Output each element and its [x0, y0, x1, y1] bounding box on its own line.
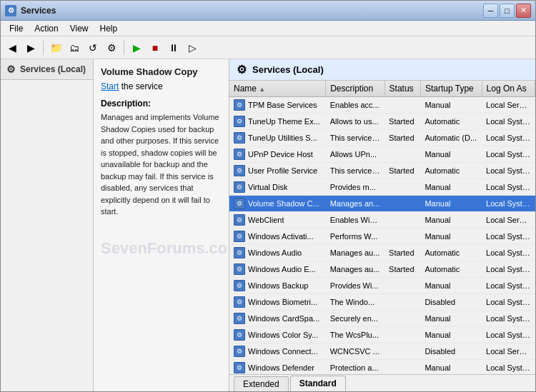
service-startup: Automatic (D... [420, 130, 482, 146]
service-startup: Manual [420, 179, 482, 196]
service-startup: Manual [420, 327, 482, 343]
table-row[interactable]: ⚙Windows Audio E...Manages au...StartedA… [229, 261, 535, 278]
refresh-button[interactable]: ↺ [84, 39, 101, 56]
menu-view[interactable]: View [64, 22, 94, 35]
table-row[interactable]: ⚙Windows CardSpa...Securely en...ManualL… [229, 311, 535, 327]
sidebar: ⚙ Services (Local) [1, 59, 94, 391]
table-row[interactable]: ⚙Volume Shadow C...Manages an...ManualLo… [229, 196, 535, 212]
services-table: Name ▲ Description Status Startup Type L… [229, 81, 535, 374]
tab-extended[interactable]: Extended [234, 376, 289, 391]
action-suffix: the service [121, 81, 163, 91]
title-bar: ⚙ Services ─ □ ✕ [1, 1, 535, 21]
table-row[interactable]: ⚙Windows BackupProvides Wi...ManualLocal… [229, 278, 535, 294]
service-startup: Manual [420, 228, 482, 245]
service-name-cell: ⚙User Profile Service [234, 165, 322, 176]
close-button[interactable]: ✕ [516, 4, 531, 18]
service-desc: WCNCSVC ... [326, 343, 384, 360]
service-icon: ⚙ [234, 346, 245, 357]
service-name-cell: ⚙Windows Defender [234, 362, 322, 373]
service-name-cell: ⚙Windows Backup [234, 280, 322, 291]
toolbar-sep-1 [43, 41, 44, 55]
table-row[interactable]: ⚙TPM Base ServicesEnables acc...ManualLo… [229, 97, 535, 114]
service-desc: Manages au... [326, 245, 384, 261]
service-desc: Provides Wi... [326, 278, 384, 294]
service-logon: Local Syste... [482, 228, 535, 245]
col-header-status[interactable]: Status [384, 81, 420, 97]
start-service-link[interactable]: Start [101, 81, 119, 91]
service-logon: Local Syste... [482, 360, 535, 375]
table-row[interactable]: ⚙Windows Color Sy...The WcsPlu...ManualL… [229, 327, 535, 343]
service-logon: Local Syste... [482, 311, 535, 327]
up-folder-button[interactable]: 📁 [47, 39, 64, 56]
service-status [384, 97, 420, 114]
table-row[interactable]: ⚙UPnP Device HostAllows UPn...ManualLoca… [229, 146, 535, 163]
forward-button[interactable]: ▶ [22, 39, 39, 56]
service-desc: The WcsPlu... [326, 327, 384, 343]
col-header-startup[interactable]: Startup Type [420, 81, 482, 97]
service-logon: Local Syste... [482, 245, 535, 261]
service-name-cell: ⚙Virtual Disk [234, 181, 322, 193]
service-name: TuneUp Theme Ex... [248, 117, 320, 126]
minimize-button[interactable]: ─ [483, 4, 498, 18]
service-startup: Manual [420, 311, 482, 327]
menu-help[interactable]: Help [94, 22, 124, 35]
service-logon: Local Service [482, 97, 535, 114]
service-name-cell: ⚙Windows CardSpa... [234, 313, 322, 324]
settings-button[interactable]: ⚙ [103, 39, 120, 56]
table-row[interactable]: ⚙Windows Connect...WCNCSVC ...DisabledLo… [229, 343, 535, 360]
col-header-name[interactable]: Name ▲ [229, 81, 326, 97]
table-row[interactable]: ⚙WebClientEnables Win...ManualLocal Serv… [229, 212, 535, 228]
service-desc: Enables Win... [326, 212, 384, 228]
service-icon: ⚙ [234, 198, 245, 209]
menu-bar: File Action View Help [1, 21, 535, 36]
tab-standard[interactable]: Standard [290, 376, 346, 391]
service-name: Windows Audio E... [248, 265, 316, 273]
service-name: Windows Biometri... [248, 298, 317, 306]
table-row[interactable]: ⚙Virtual DiskProvides m...ManualLocal Sy… [229, 179, 535, 196]
services-table-container[interactable]: Name ▲ Description Status Startup Type L… [229, 81, 535, 374]
stop-button[interactable]: ■ [147, 39, 164, 56]
service-logon: Local Service [482, 212, 535, 228]
table-row[interactable]: ⚙Windows AudioManages au...StartedAutoma… [229, 245, 535, 261]
app-icon: ⚙ [5, 5, 16, 16]
service-status [384, 278, 420, 294]
service-desc: Securely en... [326, 311, 384, 327]
col-header-logon[interactable]: Log On As [482, 81, 535, 97]
table-row[interactable]: ⚙Windows Biometri...The Windo...Disabled… [229, 294, 535, 311]
sidebar-label: Services (Local) [20, 64, 86, 74]
back-button[interactable]: ◀ [4, 39, 21, 56]
service-startup: Automatic [420, 245, 482, 261]
service-icon: ⚙ [234, 165, 245, 176]
service-icon: ⚙ [234, 149, 245, 160]
menu-file[interactable]: File [4, 22, 29, 35]
table-row[interactable]: ⚙TuneUp Theme Ex...Allows to us...Starte… [229, 114, 535, 130]
service-startup: Manual [420, 196, 482, 212]
service-name: Volume Shadow C... [248, 199, 319, 208]
maximize-button[interactable]: □ [500, 4, 515, 18]
service-icon: ⚙ [234, 132, 245, 144]
table-header-row: Name ▲ Description Status Startup Type L… [229, 81, 535, 97]
service-startup: Disabled [420, 294, 482, 311]
table-row[interactable]: ⚙TuneUp Utilities S...This service ...St… [229, 130, 535, 146]
table-row[interactable]: ⚙User Profile ServiceThis service ...Sta… [229, 163, 535, 179]
service-desc: Allows to us... [326, 114, 384, 130]
sort-arrow: ▲ [259, 86, 265, 93]
service-logon: Local Syste... [482, 278, 535, 294]
service-status [384, 360, 420, 375]
service-startup: Manual [420, 278, 482, 294]
panel-header: ⚙ Services (Local) [229, 59, 535, 81]
pause-button[interactable]: ⏸ [165, 39, 182, 56]
table-row[interactable]: ⚙Windows DefenderProtection a...ManualLo… [229, 360, 535, 375]
watermark: SevenForums.com [101, 239, 222, 258]
table-row[interactable]: ⚙Windows Activati...Performs W...ManualL… [229, 228, 535, 245]
restart-button[interactable]: ▷ [184, 39, 201, 56]
service-logon: Local Syste... [482, 327, 535, 343]
play-button[interactable]: ▶ [128, 39, 145, 56]
folder-button[interactable]: 🗂 [66, 39, 83, 56]
service-logon: Local Syste... [482, 114, 535, 130]
col-header-description[interactable]: Description [326, 81, 384, 97]
service-logon: Local Syste... [482, 163, 535, 179]
service-name: User Profile Service [248, 166, 317, 175]
service-startup: Automatic [420, 114, 482, 130]
menu-action[interactable]: Action [29, 22, 64, 35]
